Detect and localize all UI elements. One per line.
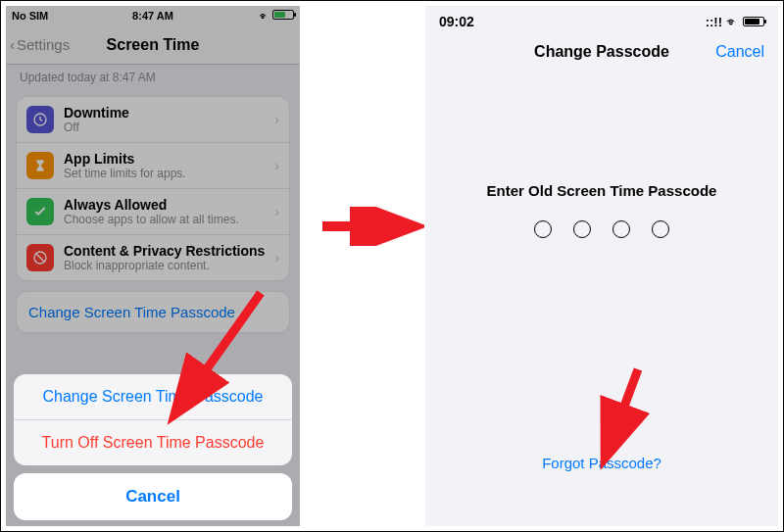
forgot-passcode-link[interactable]: Forgot Passcode? bbox=[425, 455, 778, 471]
nav-bar: Change Passcode Cancel bbox=[425, 29, 778, 74]
battery-icon bbox=[743, 17, 764, 26]
left-screenshot: No SIM 8:47 AM ᯤ ‹ Settings Screen Time … bbox=[6, 6, 300, 526]
right-screenshot: 09:02 ::!! ᯤ Change Passcode Cancel Ente… bbox=[425, 6, 778, 526]
passcode-dot bbox=[652, 220, 669, 238]
status-icons: ::!! ᯤ bbox=[706, 15, 764, 29]
page-title: Change Passcode bbox=[534, 43, 669, 61]
passcode-dot bbox=[612, 220, 630, 238]
action-sheet-options: Change Screen Time Passcode Turn Off Scr… bbox=[14, 374, 292, 465]
sheet-change-passcode[interactable]: Change Screen Time Passcode bbox=[14, 374, 292, 419]
signal-icon: ::!! bbox=[706, 15, 722, 29]
sheet-cancel[interactable]: Cancel bbox=[14, 473, 292, 520]
passcode-dot bbox=[534, 220, 552, 238]
status-bar: 09:02 ::!! ᯤ bbox=[425, 6, 778, 29]
clock: 09:02 bbox=[439, 14, 474, 29]
wifi-icon: ᯤ bbox=[726, 15, 739, 29]
cancel-button[interactable]: Cancel bbox=[715, 43, 764, 61]
annotation-arrow bbox=[317, 207, 424, 246]
sheet-turn-off-passcode[interactable]: Turn Off Screen Time Passcode bbox=[14, 419, 292, 465]
passcode-dot bbox=[573, 220, 591, 238]
passcode-dots bbox=[425, 220, 778, 238]
action-sheet: Change Screen Time Passcode Turn Off Scr… bbox=[14, 374, 292, 520]
passcode-prompt: Enter Old Screen Time Passcode bbox=[425, 182, 778, 199]
